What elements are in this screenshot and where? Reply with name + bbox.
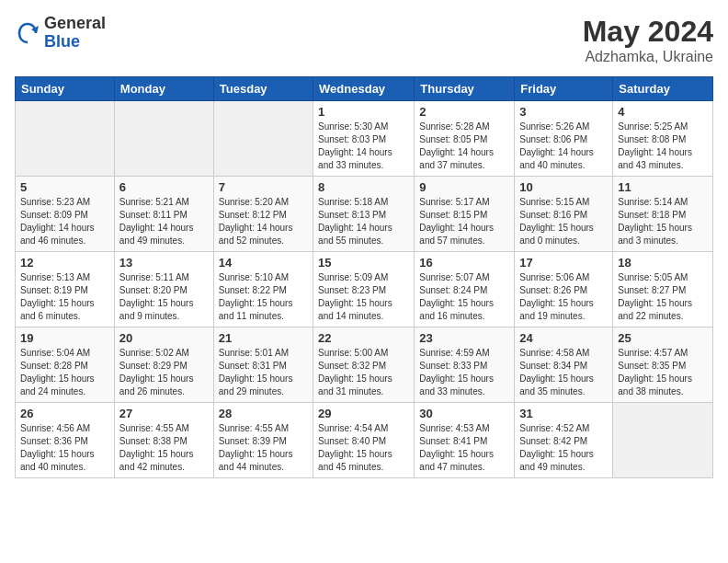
day-number: 25 xyxy=(618,331,708,345)
calendar-cell: 6Sunrise: 5:21 AM Sunset: 8:11 PM Daylig… xyxy=(114,177,213,252)
calendar-cell: 28Sunrise: 4:55 AM Sunset: 8:39 PM Dayli… xyxy=(213,403,313,478)
day-info: Sunrise: 4:54 AM Sunset: 8:40 PM Dayligh… xyxy=(318,422,409,474)
day-info: Sunrise: 4:52 AM Sunset: 8:42 PM Dayligh… xyxy=(519,422,608,474)
calendar-cell: 14Sunrise: 5:10 AM Sunset: 8:22 PM Dayli… xyxy=(213,252,313,327)
calendar-cell: 10Sunrise: 5:15 AM Sunset: 8:16 PM Dayli… xyxy=(515,177,613,252)
calendar-cell xyxy=(613,403,713,478)
day-info: Sunrise: 5:28 AM Sunset: 8:05 PM Dayligh… xyxy=(419,121,509,172)
day-info: Sunrise: 4:55 AM Sunset: 8:38 PM Dayligh… xyxy=(119,422,209,474)
calendar-cell: 17Sunrise: 5:06 AM Sunset: 8:26 PM Dayli… xyxy=(515,252,613,327)
day-number: 26 xyxy=(20,407,109,420)
calendar-cell: 9Sunrise: 5:17 AM Sunset: 8:15 PM Daylig… xyxy=(415,177,515,252)
day-number: 27 xyxy=(119,407,209,420)
logo: General Blue xyxy=(15,15,106,52)
day-number: 20 xyxy=(119,331,209,345)
day-info: Sunrise: 5:14 AM Sunset: 8:18 PM Dayligh… xyxy=(618,196,708,247)
weekday-header: Monday xyxy=(114,77,213,101)
day-info: Sunrise: 5:05 AM Sunset: 8:27 PM Dayligh… xyxy=(618,271,708,323)
day-number: 5 xyxy=(20,180,109,194)
day-info: Sunrise: 4:55 AM Sunset: 8:39 PM Dayligh… xyxy=(219,422,308,474)
calendar-cell: 29Sunrise: 4:54 AM Sunset: 8:40 PM Dayli… xyxy=(313,403,415,478)
calendar-cell: 2Sunrise: 5:28 AM Sunset: 8:05 PM Daylig… xyxy=(415,101,515,177)
day-info: Sunrise: 5:11 AM Sunset: 8:20 PM Dayligh… xyxy=(119,271,209,323)
calendar-cell: 26Sunrise: 4:56 AM Sunset: 8:36 PM Dayli… xyxy=(16,403,115,478)
day-number: 1 xyxy=(318,105,409,119)
calendar-cell: 15Sunrise: 5:09 AM Sunset: 8:23 PM Dayli… xyxy=(313,252,415,327)
calendar-cell: 18Sunrise: 5:05 AM Sunset: 8:27 PM Dayli… xyxy=(613,252,713,327)
calendar-cell: 31Sunrise: 4:52 AM Sunset: 8:42 PM Dayli… xyxy=(515,403,613,478)
calendar-cell xyxy=(114,101,213,177)
calendar-cell: 8Sunrise: 5:18 AM Sunset: 8:13 PM Daylig… xyxy=(313,177,415,252)
calendar-cell: 13Sunrise: 5:11 AM Sunset: 8:20 PM Dayli… xyxy=(114,252,213,327)
calendar: SundayMondayTuesdayWednesdayThursdayFrid… xyxy=(15,76,713,478)
day-number: 2 xyxy=(419,105,509,119)
day-number: 12 xyxy=(20,256,109,270)
calendar-week-row: 12Sunrise: 5:13 AM Sunset: 8:19 PM Dayli… xyxy=(16,252,713,327)
day-info: Sunrise: 5:01 AM Sunset: 8:31 PM Dayligh… xyxy=(219,347,308,398)
calendar-cell: 20Sunrise: 5:02 AM Sunset: 8:29 PM Dayli… xyxy=(114,327,213,403)
day-number: 24 xyxy=(519,331,608,345)
calendar-cell: 27Sunrise: 4:55 AM Sunset: 8:38 PM Dayli… xyxy=(114,403,213,478)
logo-text: General Blue xyxy=(44,15,106,52)
calendar-cell: 22Sunrise: 5:00 AM Sunset: 8:32 PM Dayli… xyxy=(313,327,415,403)
day-info: Sunrise: 5:02 AM Sunset: 8:29 PM Dayligh… xyxy=(119,347,209,398)
day-number: 4 xyxy=(618,105,708,119)
day-info: Sunrise: 5:06 AM Sunset: 8:26 PM Dayligh… xyxy=(519,271,608,323)
calendar-cell: 11Sunrise: 5:14 AM Sunset: 8:18 PM Dayli… xyxy=(613,177,713,252)
day-number: 29 xyxy=(318,407,409,420)
calendar-cell: 23Sunrise: 4:59 AM Sunset: 8:33 PM Dayli… xyxy=(415,327,515,403)
calendar-cell: 30Sunrise: 4:53 AM Sunset: 8:41 PM Dayli… xyxy=(415,403,515,478)
weekday-header: Tuesday xyxy=(213,77,313,101)
day-info: Sunrise: 4:58 AM Sunset: 8:34 PM Dayligh… xyxy=(519,347,608,398)
day-info: Sunrise: 5:20 AM Sunset: 8:12 PM Dayligh… xyxy=(219,196,308,247)
calendar-cell: 3Sunrise: 5:26 AM Sunset: 8:06 PM Daylig… xyxy=(515,101,613,177)
day-number: 21 xyxy=(219,331,308,345)
weekday-header-row: SundayMondayTuesdayWednesdayThursdayFrid… xyxy=(16,77,713,101)
calendar-cell: 4Sunrise: 5:25 AM Sunset: 8:08 PM Daylig… xyxy=(613,101,713,177)
day-info: Sunrise: 5:18 AM Sunset: 8:13 PM Dayligh… xyxy=(318,196,409,247)
day-info: Sunrise: 5:00 AM Sunset: 8:32 PM Dayligh… xyxy=(318,347,409,398)
day-number: 19 xyxy=(20,331,109,345)
day-number: 18 xyxy=(618,256,708,270)
calendar-cell: 25Sunrise: 4:57 AM Sunset: 8:35 PM Dayli… xyxy=(613,327,713,403)
day-info: Sunrise: 5:23 AM Sunset: 8:09 PM Dayligh… xyxy=(20,196,109,247)
calendar-week-row: 5Sunrise: 5:23 AM Sunset: 8:09 PM Daylig… xyxy=(16,177,713,252)
day-info: Sunrise: 5:07 AM Sunset: 8:24 PM Dayligh… xyxy=(419,271,509,323)
location: Adzhamka, Ukraine xyxy=(583,49,713,65)
calendar-week-row: 26Sunrise: 4:56 AM Sunset: 8:36 PM Dayli… xyxy=(16,403,713,478)
month-year: May 2024 xyxy=(583,15,713,49)
day-number: 9 xyxy=(419,180,509,194)
calendar-cell: 21Sunrise: 5:01 AM Sunset: 8:31 PM Dayli… xyxy=(213,327,313,403)
weekday-header: Sunday xyxy=(16,77,115,101)
weekday-header: Wednesday xyxy=(313,77,415,101)
title-block: May 2024 Adzhamka, Ukraine xyxy=(583,15,713,65)
day-number: 31 xyxy=(519,407,608,420)
day-number: 30 xyxy=(419,407,509,420)
day-number: 11 xyxy=(618,180,708,194)
calendar-week-row: 1Sunrise: 5:30 AM Sunset: 8:03 PM Daylig… xyxy=(16,101,713,177)
day-number: 23 xyxy=(419,331,509,345)
day-info: Sunrise: 5:04 AM Sunset: 8:28 PM Dayligh… xyxy=(20,347,109,398)
day-number: 8 xyxy=(318,180,409,194)
day-info: Sunrise: 5:26 AM Sunset: 8:06 PM Dayligh… xyxy=(519,121,608,172)
weekday-header: Friday xyxy=(515,77,613,101)
calendar-cell: 19Sunrise: 5:04 AM Sunset: 8:28 PM Dayli… xyxy=(16,327,115,403)
day-number: 3 xyxy=(519,105,608,119)
day-info: Sunrise: 5:10 AM Sunset: 8:22 PM Dayligh… xyxy=(219,271,308,323)
day-number: 17 xyxy=(519,256,608,270)
day-info: Sunrise: 4:56 AM Sunset: 8:36 PM Dayligh… xyxy=(20,422,109,474)
calendar-cell: 16Sunrise: 5:07 AM Sunset: 8:24 PM Dayli… xyxy=(415,252,515,327)
day-info: Sunrise: 5:13 AM Sunset: 8:19 PM Dayligh… xyxy=(20,271,109,323)
weekday-header: Thursday xyxy=(415,77,515,101)
day-number: 22 xyxy=(318,331,409,345)
day-info: Sunrise: 5:25 AM Sunset: 8:08 PM Dayligh… xyxy=(618,121,708,172)
page-header: General Blue May 2024 Adzhamka, Ukraine xyxy=(15,15,713,65)
calendar-cell: 7Sunrise: 5:20 AM Sunset: 8:12 PM Daylig… xyxy=(213,177,313,252)
day-number: 13 xyxy=(119,256,209,270)
calendar-cell: 1Sunrise: 5:30 AM Sunset: 8:03 PM Daylig… xyxy=(313,101,415,177)
day-info: Sunrise: 5:17 AM Sunset: 8:15 PM Dayligh… xyxy=(419,196,509,247)
day-info: Sunrise: 5:09 AM Sunset: 8:23 PM Dayligh… xyxy=(318,271,409,323)
day-number: 15 xyxy=(318,256,409,270)
day-number: 7 xyxy=(219,180,308,194)
day-number: 28 xyxy=(219,407,308,420)
